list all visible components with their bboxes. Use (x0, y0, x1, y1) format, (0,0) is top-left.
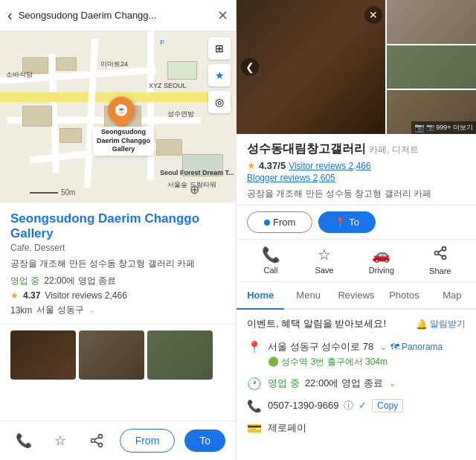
rating-value: 4.37/5 (259, 160, 286, 171)
blogger-reviews-link[interactable]: Blogger reviews 2,605 (247, 173, 466, 183)
photo-thumb-2[interactable] (387, 45, 476, 89)
info-icon-circle: ⓘ (344, 400, 353, 411)
payment-row: 💳 제로페이 (247, 421, 466, 435)
card-share-button[interactable] (83, 427, 110, 454)
back-button[interactable]: ‹ (7, 7, 13, 24)
close-info: 22:00에 영업 종료 (302, 377, 382, 389)
place-name: 성수동대림창고갤러리 (247, 141, 366, 157)
from-to-row: From 📍 To (237, 205, 476, 240)
tab-menu[interactable]: Menu (284, 282, 332, 310)
card-rating: 4.37 (23, 290, 40, 301)
driving-action-button[interactable]: 🚗 Driving (369, 246, 394, 275)
rating-star: ★ (247, 160, 256, 171)
card-photo-2[interactable] (79, 330, 144, 380)
actions-row: 📞 Call ☆ Save 🚗 Driving Share (237, 240, 476, 282)
panorama-link[interactable]: 🗺 Panorama (390, 342, 443, 352)
map-location-button[interactable]: ◎ (208, 91, 231, 113)
save-label: Save (315, 266, 334, 275)
save-icon: ☆ (318, 246, 331, 263)
left-panel: ‹ Seongsudong Daerim Changg... ✕ 소바식당 이마… (0, 0, 237, 460)
svg-line-4 (94, 437, 99, 439)
svg-point-6 (434, 252, 438, 255)
alert-subscribe-button[interactable]: 🔔 알림받기 (416, 318, 466, 330)
driving-icon: 🚗 (372, 246, 390, 263)
location-icon: 📍 (247, 340, 262, 354)
card-call-button[interactable]: 📞 (10, 427, 37, 454)
svg-point-2 (98, 443, 102, 447)
copy-button[interactable]: Copy (372, 399, 403, 412)
verified-icon: ✓ (358, 400, 367, 411)
card-location-arrow: ⌄ (89, 306, 94, 314)
card-photo-3[interactable] (147, 330, 213, 380)
share-action-button[interactable]: Share (429, 246, 451, 275)
tab-map[interactable]: Map (428, 282, 476, 310)
photo-thumb-3[interactable]: 📷 📷 999+ 더보기 (387, 90, 476, 134)
place-desc: 공장을 개조해 만든 성수동 창고형 갤러리 카페 (247, 188, 466, 200)
map-view[interactable]: 소바식당 이마트24 XYZ SEOUL 성수연방 보대성수 Seoul For… (0, 31, 237, 202)
photo-prev-button[interactable]: ❮ (241, 58, 259, 76)
photo-more-text: 📷 999+ 더보기 (426, 123, 473, 132)
hours-row: 🕐 영업 중 22:00에 영업 종료 ⌄ (247, 376, 466, 391)
alert-banner: 이벤트, 혜택 알림을 받아보세요! 🔔 알림받기 (247, 317, 466, 330)
to-pin-icon: 📍 (335, 217, 346, 228)
bottom-to-button[interactable]: To (184, 429, 225, 452)
phone-row: 📞 0507-1390-9669 ⓘ ✓ Copy (247, 398, 466, 413)
main-photo[interactable] (237, 0, 385, 134)
driving-label: Driving (369, 266, 394, 275)
hours-content: 영업 중 22:00에 영업 종료 ⌄ (268, 376, 396, 391)
bell-icon: 🔔 (416, 319, 428, 330)
svg-line-3 (94, 441, 99, 444)
tab-reviews[interactable]: Reviews (332, 282, 380, 310)
photo-close-button[interactable]: ✕ (364, 6, 382, 24)
place-info: 성수동대림창고갤러리 카페, 디저트 ★ 4.37/5 Visitor revi… (237, 134, 476, 205)
compass-icon: ⊕ (190, 182, 199, 197)
from-label: From (273, 217, 295, 228)
svg-line-9 (438, 249, 443, 252)
close-button[interactable]: ✕ (217, 7, 228, 24)
card-reviews: Visitor reviews 2,466 (45, 290, 127, 301)
map-scale: 50m (61, 188, 75, 197)
tab-photos[interactable]: Photos (380, 282, 428, 310)
save-action-button[interactable]: ☆ Save (315, 246, 334, 275)
call-action-button[interactable]: 📞 Call (262, 246, 280, 275)
card-name: Seongsudong Daerim Changgo Gallery (10, 211, 225, 241)
tab-bar: Home Menu Reviews Photos Map (237, 282, 476, 310)
call-icon: 📞 (262, 246, 280, 263)
svg-point-0 (98, 435, 102, 438)
alert-btn-label: 알림받기 (430, 318, 466, 330)
tab-home[interactable]: Home (237, 282, 284, 310)
map-bookmark-button[interactable]: ★ (208, 64, 231, 86)
call-label: Call (264, 266, 278, 275)
visitor-reviews-link[interactable]: Visitor reviews 2,466 (289, 161, 371, 171)
hours-chevron[interactable]: ⌄ (388, 377, 396, 389)
photo-thumb-1[interactable] (387, 0, 476, 44)
card-distance: 13km (10, 305, 32, 316)
map-pin-label: Seongsudong (101, 128, 146, 135)
address-chevron[interactable]: ⌄ (379, 341, 387, 352)
map-pin-label2: Daerim Changgo (97, 137, 150, 144)
right-panel: 📷 📷 999+ 더보기 ❮ ✕ 성수동대림창고갤러리 카페, 디저트 ★ 4.… (237, 0, 476, 460)
card-bottom-bar: 📞 ☆ From To (0, 421, 236, 460)
panorama-icon: 🗺 (390, 342, 399, 352)
map-layers-button[interactable]: ⊞ (208, 37, 231, 60)
card-star: ★ (10, 290, 19, 301)
from-button[interactable]: From (247, 211, 312, 233)
map-pin-label3: Gallery (112, 145, 135, 153)
photo-grid: 📷 📷 999+ 더보기 (387, 0, 476, 134)
subway-dot: 🟢 (268, 357, 279, 367)
to-button[interactable]: 📍 To (318, 211, 376, 233)
to-label: To (349, 217, 359, 228)
address-text: 서울 성동구 성수이로 78 (268, 341, 373, 352)
card-photo-1[interactable] (10, 330, 76, 380)
bottom-from-button[interactable]: From (120, 429, 176, 453)
card-close-time: 22:00에 영업 종료 (44, 275, 116, 287)
address-row: 📍 서울 성동구 성수이로 78 ⌄ 🗺 Panorama 🟢 성수역 3번 출… (247, 339, 466, 368)
card-status: 영업 중 (10, 275, 39, 287)
phone-number: 0507-1390-9669 (268, 400, 338, 411)
camera-icon: 📷 (414, 123, 425, 132)
map-header-title: Seongsudong Daerim Changg... (19, 10, 211, 21)
photo-more-overlay[interactable]: 📷 📷 999+ 더보기 (411, 121, 476, 134)
share-label: Share (429, 266, 451, 275)
svg-point-5 (442, 247, 446, 251)
card-save-button[interactable]: ☆ (47, 427, 74, 454)
